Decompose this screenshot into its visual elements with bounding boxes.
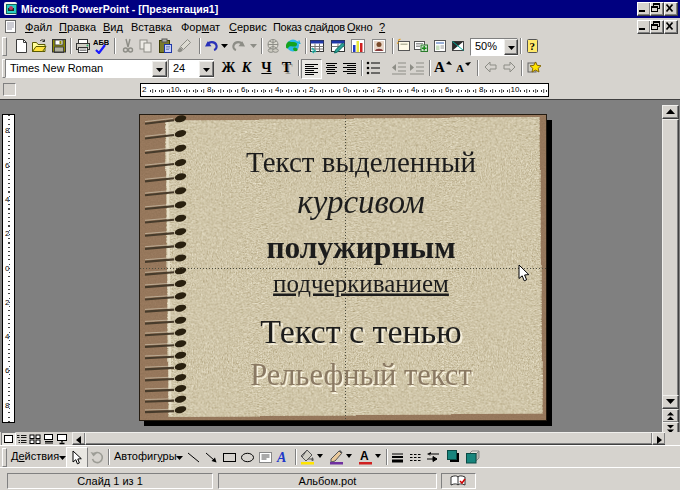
- svg-text:?: ?: [530, 40, 536, 52]
- svg-text:подчеркиванием: подчеркиванием: [273, 270, 449, 297]
- svg-text:Рельефный текст: Рельефный текст: [250, 358, 471, 392]
- svg-text:А: А: [360, 449, 369, 463]
- svg-text:А: А: [276, 450, 286, 465]
- svg-text:Текст с тенью: Текст с тенью: [260, 313, 461, 350]
- svg-text:АБВ: АБВ: [93, 38, 109, 47]
- svg-text:полужирным: полужирным: [266, 230, 455, 265]
- svg-text:курсивом: курсивом: [297, 184, 425, 220]
- svg-text:Текст выделенный: Текст выделенный: [246, 146, 476, 178]
